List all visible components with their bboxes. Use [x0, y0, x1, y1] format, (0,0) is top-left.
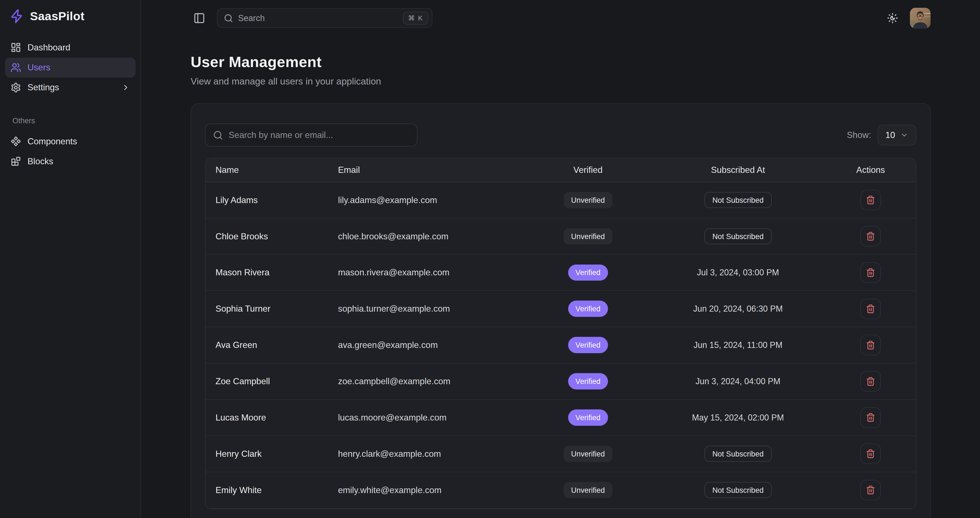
subscribed-at-date: May 15, 2024, 02:00 PM	[692, 413, 784, 423]
gear-icon	[11, 82, 21, 93]
column-header-actions: Actions	[826, 165, 916, 175]
not-subscribed-badge: Not Subscribed	[705, 446, 772, 462]
user-name: Henry Clark	[205, 449, 338, 459]
trash-icon	[866, 232, 875, 241]
table-row: Sophia Turnersophia.turner@example.comVe…	[205, 291, 916, 327]
delete-user-button[interactable]	[860, 443, 881, 464]
main-area: Search ⌘ K	[141, 0, 980, 518]
dashboard-icon	[11, 42, 21, 52]
not-subscribed-badge: Not Subscribed	[705, 228, 772, 244]
brand-name: SaasPilot	[30, 10, 84, 23]
verified-badge: Verified	[568, 337, 608, 353]
trash-icon	[866, 413, 875, 422]
verified-badge: Verified	[568, 409, 608, 426]
user-name: Chloe Brooks	[205, 231, 338, 242]
user-name: Ava Green	[205, 340, 338, 350]
user-email: mason.rivera@example.com	[338, 267, 525, 278]
user-name: Mason Rivera	[205, 267, 338, 278]
table-row: Emily Whiteemily.white@example.comUnveri…	[205, 472, 916, 508]
sidebar-item-label: Settings	[27, 82, 59, 92]
table-row: Mason Riveramason.rivera@example.comVeri…	[205, 254, 916, 291]
user-email: emily.white@example.com	[338, 485, 525, 495]
global-search-input[interactable]: Search ⌘ K	[217, 8, 433, 28]
sidebar-item-blocks[interactable]: Blocks	[5, 151, 136, 171]
sidebar-item-settings[interactable]: Settings	[5, 78, 136, 97]
chevron-down-icon	[900, 131, 908, 139]
table-header-row: Name Email Verified Subscribed At Action…	[205, 159, 916, 182]
sidebar-item-label: Users	[27, 62, 50, 73]
delete-user-button[interactable]	[860, 480, 881, 500]
trash-icon	[866, 485, 875, 495]
topbar: Search ⌘ K	[191, 0, 931, 36]
blocks-icon	[11, 156, 21, 167]
trash-icon	[866, 268, 875, 277]
sidebar-section-others: Others	[5, 116, 136, 125]
delete-user-button[interactable]	[860, 226, 881, 246]
sidebar-item-components[interactable]: Components	[5, 131, 136, 151]
user-email: henry.clark@example.com	[338, 449, 525, 459]
delete-user-button[interactable]	[860, 407, 881, 428]
table-row: Ava Greenava.green@example.comVerifiedJu…	[205, 327, 916, 364]
user-name: Lily Adams	[205, 195, 338, 205]
user-name: Emily White	[205, 485, 338, 495]
theme-toggle-button[interactable]	[884, 10, 901, 27]
column-header-verified: Verified	[525, 165, 651, 175]
users-table-card: Search by name or email... Show: 10	[191, 103, 931, 518]
trash-icon	[866, 195, 875, 205]
sidebar: SaasPilot Dashboard Users	[0, 0, 141, 518]
subscribed-at-date: Jun 3, 2024, 04:00 PM	[695, 377, 780, 386]
page-size-select[interactable]: 10	[878, 125, 916, 145]
sidebar-nav: Dashboard Users Settings	[5, 37, 136, 97]
user-email: chloe.brooks@example.com	[338, 231, 525, 242]
unverified-badge: Unverified	[564, 228, 612, 245]
delete-user-button[interactable]	[860, 299, 881, 319]
user-email: sophia.turner@example.com	[338, 303, 525, 314]
user-avatar[interactable]	[910, 8, 931, 28]
table-search-placeholder: Search by name or email...	[229, 130, 333, 140]
column-header-name: Name	[205, 165, 338, 175]
chevron-right-icon	[121, 83, 130, 92]
sidebar-item-label: Dashboard	[27, 42, 70, 52]
sidebar-item-label: Components	[27, 136, 77, 146]
table-search-input[interactable]: Search by name or email...	[205, 124, 417, 146]
sidebar-toggle-button[interactable]	[191, 10, 208, 27]
search-icon	[224, 14, 233, 23]
user-name: Zoe Campbell	[205, 376, 338, 386]
component-icon	[11, 136, 21, 146]
sidebar-item-users[interactable]: Users	[5, 57, 136, 78]
trash-icon	[866, 304, 875, 313]
logo-bolt-icon	[9, 8, 25, 24]
subscribed-at-date: Jun 20, 2024, 06:30 PM	[693, 304, 783, 313]
user-email: ava.green@example.com	[338, 340, 525, 350]
user-email: zoe.campbell@example.com	[338, 376, 525, 386]
table-row: Lucas Moorelucas.moore@example.comVerifi…	[205, 400, 916, 436]
delete-user-button[interactable]	[860, 190, 881, 210]
subscribed-at-date: Jul 3, 2024, 03:00 PM	[697, 268, 779, 277]
table-row: Zoe Campbellzoe.campbell@example.comVeri…	[205, 364, 916, 400]
users-icon	[11, 62, 21, 73]
user-name: Lucas Moore	[205, 413, 338, 423]
sidebar-item-dashboard[interactable]: Dashboard	[5, 37, 136, 57]
delete-user-button[interactable]	[860, 335, 881, 355]
table-row: Chloe Brookschloe.brooks@example.comUnve…	[205, 219, 916, 255]
table-row: Henry Clarkhenry.clark@example.comUnveri…	[205, 436, 916, 472]
column-header-email: Email	[338, 165, 525, 175]
verified-badge: Verified	[568, 373, 608, 389]
sidebar-item-label: Blocks	[27, 156, 53, 167]
show-label: Show:	[847, 130, 871, 140]
unverified-badge: Unverified	[564, 446, 612, 462]
delete-user-button[interactable]	[860, 371, 881, 391]
column-header-subscribed-at: Subscribed At	[651, 165, 826, 175]
trash-icon	[866, 449, 875, 458]
global-search-placeholder: Search	[238, 13, 398, 23]
delete-user-button[interactable]	[860, 262, 881, 283]
unverified-badge: Unverified	[564, 192, 612, 208]
page-size-value: 10	[886, 130, 895, 140]
sidebar-nav-others: Components Blocks	[5, 131, 136, 171]
table-body: Lily Adamslily.adams@example.comUnverifi…	[205, 182, 916, 508]
users-table: Name Email Verified Subscribed At Action…	[205, 158, 916, 509]
unverified-badge: Unverified	[564, 482, 612, 498]
verified-badge: Verified	[568, 300, 608, 317]
brand: SaasPilot	[5, 0, 136, 32]
trash-icon	[866, 377, 875, 386]
